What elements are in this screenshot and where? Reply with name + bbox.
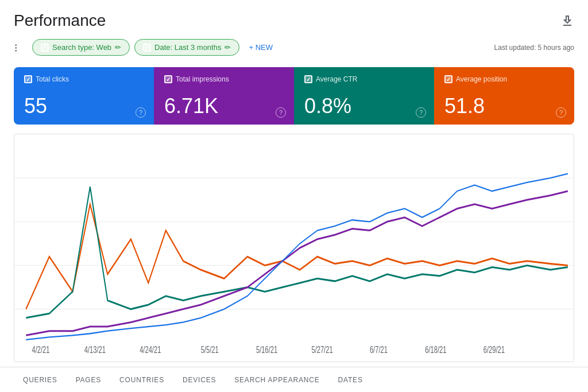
performance-chart: 4/2/21 4/13/21 4/24/21 5/5/21 5/16/21 5/… <box>14 134 574 362</box>
search-type-label: Search type: Web <box>52 43 111 52</box>
new-button[interactable]: + NEW <box>244 40 277 55</box>
ctr-checkbox <box>304 75 312 83</box>
date-checkbox <box>143 44 151 52</box>
svg-rect-2 <box>16 50 17 52</box>
search-type-edit-icon: ✏ <box>115 43 121 52</box>
metric-card-clicks[interactable]: Total clicks 55 ? <box>14 67 154 125</box>
last-updated-text: Last updated: 5 hours ago <box>494 44 574 52</box>
page-header: Performance <box>0 0 588 34</box>
svg-rect-1 <box>16 47 17 49</box>
tab-devices[interactable]: DEVICES <box>173 369 225 392</box>
tab-pages[interactable]: PAGES <box>67 369 110 392</box>
position-help-icon[interactable]: ? <box>556 107 566 118</box>
ctr-help-icon[interactable]: ? <box>416 107 426 118</box>
filter-bar: Search type: Web ✏ Date: Last 3 months ✏… <box>0 34 588 63</box>
clicks-label-row: Total clicks <box>24 75 144 83</box>
svg-text:4/24/21: 4/24/21 <box>140 344 161 355</box>
tab-countries[interactable]: COUNTRIES <box>110 369 173 392</box>
position-checkbox <box>444 75 452 83</box>
svg-text:6/7/21: 6/7/21 <box>370 344 388 355</box>
impressions-value: 6.71K <box>164 96 284 117</box>
position-label-row: Average position <box>444 75 564 83</box>
date-edit-icon: ✏ <box>225 43 231 52</box>
svg-text:4/13/21: 4/13/21 <box>84 344 106 355</box>
ctr-label: Average CTR <box>316 75 357 83</box>
svg-text:5/5/21: 5/5/21 <box>201 344 219 355</box>
metric-card-impressions[interactable]: Total impressions 6.71K ? <box>154 67 294 125</box>
tab-queries[interactable]: QUERIES <box>14 369 67 392</box>
clicks-checkbox <box>24 75 32 83</box>
date-label: Date: Last 3 months <box>154 43 221 52</box>
impressions-checkbox <box>164 75 172 83</box>
svg-text:6/29/21: 6/29/21 <box>483 344 505 355</box>
metric-card-ctr[interactable]: Average CTR 0.8% ? <box>294 67 434 125</box>
tab-search-appearance[interactable]: SEARCH APPEARANCE <box>225 369 328 392</box>
search-type-filter[interactable]: Search type: Web ✏ <box>32 39 130 56</box>
position-value: 51.8 <box>444 96 564 117</box>
ctr-label-row: Average CTR <box>304 75 424 83</box>
download-icon[interactable] <box>560 14 574 28</box>
chart-area: 4/2/21 4/13/21 4/24/21 5/5/21 5/16/21 5/… <box>14 134 574 362</box>
svg-text:6/18/21: 6/18/21 <box>425 344 446 355</box>
search-type-checkbox <box>41 44 49 52</box>
tab-dates[interactable]: DATES <box>329 369 372 392</box>
svg-text:5/27/21: 5/27/21 <box>311 344 332 355</box>
impressions-help-icon[interactable]: ? <box>276 107 286 118</box>
position-label: Average position <box>456 75 507 83</box>
clicks-label: Total clicks <box>36 75 69 83</box>
clicks-value: 55 <box>24 96 144 117</box>
filter-icon[interactable] <box>14 42 25 53</box>
page-title: Performance <box>14 11 106 30</box>
svg-text:5/16/21: 5/16/21 <box>256 344 277 355</box>
date-filter[interactable]: Date: Last 3 months ✏ <box>134 39 239 56</box>
metric-cards: Total clicks 55 ? Total impressions 6.71… <box>14 67 574 125</box>
svg-text:4/2/21: 4/2/21 <box>32 344 49 355</box>
header-actions <box>560 14 574 28</box>
impressions-label-row: Total impressions <box>164 75 284 83</box>
bottom-tabs: QUERIES PAGES COUNTRIES DEVICES SEARCH A… <box>0 367 588 392</box>
metric-card-position[interactable]: Average position 51.8 ? <box>434 67 574 125</box>
page-wrapper: Performance Search type: Web ✏ Date: Las… <box>0 0 588 392</box>
ctr-value: 0.8% <box>304 96 424 117</box>
clicks-help-icon[interactable]: ? <box>136 107 146 118</box>
impressions-label: Total impressions <box>176 75 229 83</box>
svg-rect-0 <box>16 44 17 46</box>
